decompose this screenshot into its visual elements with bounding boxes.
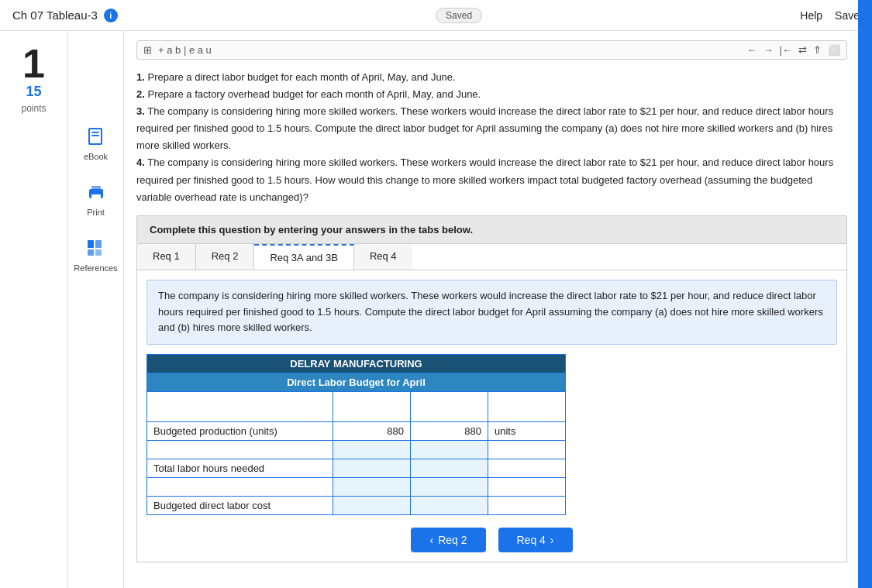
forward-icon[interactable]: → [763, 44, 774, 56]
expand-icon[interactable]: ⬜ [828, 44, 840, 56]
print-icon [84, 180, 109, 205]
row5-does-hire[interactable] [411, 497, 488, 515]
row3-label: Total labor hours needed [147, 459, 333, 478]
prev-button[interactable]: ‹ Req 2 [411, 528, 485, 552]
left-number-sidebar: 1 15 points [0, 31, 68, 588]
row2-label-input[interactable] [153, 444, 326, 456]
ebook-nav[interactable]: eBook [84, 124, 109, 161]
row5-label: Budgeted direct labor cost [147, 497, 333, 515]
main-content: ⊞ + a b | e a u ← → |← ⇄ ⇑ ⬜ 1. Prepare … [124, 31, 872, 588]
tableau-grid-icon: ⊞ [143, 44, 152, 56]
skip-back-icon[interactable]: |← [780, 44, 792, 56]
topbar-left: Ch 07 Tableau-3 i [12, 9, 118, 22]
table-row [147, 478, 566, 497]
row3-units [488, 459, 566, 478]
back-icon[interactable]: ← [747, 44, 757, 56]
row4-does-hire[interactable] [411, 478, 488, 497]
row4-does-not-hire[interactable] [333, 478, 411, 497]
icon-sidebar: eBook Print References [68, 31, 124, 588]
table-row: Total labor hours needed [147, 459, 566, 478]
row3-dh-input[interactable] [417, 462, 481, 474]
row2-does-hire[interactable] [411, 441, 488, 459]
tableau-logo: + a b | e a u [158, 44, 212, 56]
points-value: 15 [26, 84, 41, 100]
row4-label-input[interactable] [153, 481, 326, 493]
tabs-row: Req 1 Req 2 Req 3A and 3B Req 4 [137, 244, 846, 270]
instruction-4: The company is considering hiring more s… [136, 156, 833, 202]
next-button[interactable]: Req 4 › [498, 528, 573, 552]
col-header-does-not-hire: Does Not Hire [333, 392, 411, 422]
next-chevron-icon: › [550, 534, 554, 546]
table-row: Budgeted production (units) 880 880 unit… [147, 422, 566, 441]
row4-label[interactable] [147, 478, 333, 497]
main-layout: 1 15 points eBook [0, 31, 872, 588]
row1-units: units [488, 422, 566, 441]
tab-req4[interactable]: Req 4 [354, 244, 412, 270]
references-nav[interactable]: References [74, 236, 117, 273]
up-icon[interactable]: ⇑ [813, 44, 822, 56]
row2-label[interactable] [147, 441, 333, 459]
tab-req3ab[interactable]: Req 3A and 3B [254, 244, 353, 270]
print-nav[interactable]: Print [84, 180, 109, 217]
row4-dh-input[interactable] [417, 481, 481, 493]
row3-does-not-hire[interactable] [333, 459, 411, 478]
row4-dnh-input[interactable] [339, 481, 404, 493]
instruction-1: Prepare a direct labor budget for each m… [147, 71, 455, 83]
description-box: The company is considering hiring more s… [146, 280, 837, 345]
next-label: Req 4 [517, 534, 546, 546]
col-header-label [147, 392, 333, 422]
row3-does-hire[interactable] [411, 459, 488, 478]
nav-buttons: ‹ Req 2 Req 4 › [146, 528, 837, 552]
row5-dh-input[interactable] [417, 500, 481, 511]
instruction-3: The company is considering hiring more s… [136, 105, 833, 151]
budget-table: DELRAY MANUFACTURING Direct Labor Budget… [146, 354, 566, 515]
col-header-does-hire: Does Hire [411, 392, 488, 422]
row2-dnh-input[interactable] [339, 444, 404, 456]
references-icon [83, 236, 108, 260]
svg-rect-8 [95, 240, 102, 248]
table-row: Budgeted direct labor cost [147, 497, 566, 515]
table-row [147, 441, 566, 459]
save-button[interactable]: Save [835, 9, 860, 22]
saved-badge: Saved [436, 8, 482, 23]
table-title: DELRAY MANUFACTURING [147, 355, 566, 373]
row4-units [488, 478, 566, 497]
points-label: points [21, 103, 46, 114]
prev-chevron-icon: ‹ [429, 534, 433, 546]
row3-dnh-input[interactable] [339, 462, 404, 474]
svg-rect-5 [91, 186, 101, 191]
row1-does-not-hire: 880 [333, 422, 411, 441]
table-subtitle: Direct Labor Budget for April [147, 373, 566, 392]
page-title: Ch 07 Tableau-3 [12, 9, 98, 22]
topbar-right: Help Save [800, 9, 860, 22]
svg-rect-10 [95, 249, 102, 256]
budget-table-wrap: DELRAY MANUFACTURING Direct Labor Budget… [146, 354, 837, 515]
tab-req2[interactable]: Req 2 [196, 244, 255, 270]
svg-rect-3 [91, 135, 99, 136]
row2-dh-input[interactable] [417, 444, 481, 456]
svg-rect-7 [88, 240, 94, 248]
question-number: 1 [22, 43, 45, 84]
instructions: 1. Prepare a direct labor budget for eac… [136, 69, 847, 206]
help-link[interactable]: Help [800, 9, 822, 22]
row1-does-hire: 880 [411, 422, 488, 441]
row1-label: Budgeted production (units) [147, 422, 333, 441]
share-icon[interactable]: ⇄ [798, 44, 807, 56]
info-icon[interactable]: i [104, 9, 118, 22]
complete-banner: Complete this question by entering your … [136, 215, 847, 244]
tabs-container: Req 1 Req 2 Req 3A and 3B Req 4 The comp… [136, 244, 847, 562]
row2-does-not-hire[interactable] [333, 441, 411, 459]
row5-units [488, 497, 566, 515]
references-label: References [74, 263, 117, 273]
svg-rect-9 [88, 249, 94, 256]
tab-req1[interactable]: Req 1 [137, 244, 196, 270]
prev-label: Req 2 [438, 534, 467, 546]
topbar: Ch 07 Tableau-3 i Saved Help Save [0, 0, 872, 31]
svg-rect-6 [91, 194, 101, 200]
instruction-2: Prepare a factory overhead budget for ea… [147, 88, 481, 100]
svg-rect-2 [91, 132, 99, 133]
row5-does-not-hire[interactable] [333, 497, 411, 515]
col-header-units [488, 392, 566, 422]
row5-dnh-input[interactable] [339, 500, 404, 511]
blue-strip [858, 0, 872, 588]
